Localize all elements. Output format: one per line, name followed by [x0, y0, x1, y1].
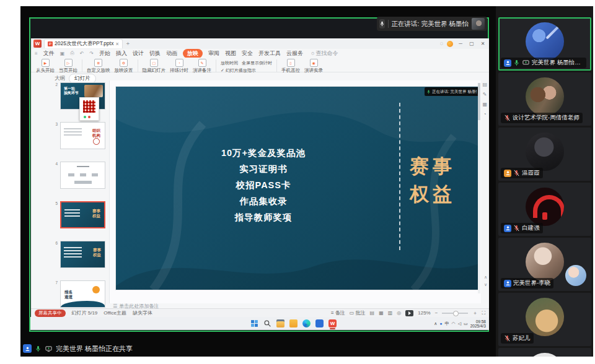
- menu-transition[interactable]: 切换: [149, 50, 161, 58]
- menu-insert[interactable]: 插入: [116, 50, 127, 58]
- option-pointer-indicator[interactable]: ✓ 幻灯片播放指示: [221, 67, 256, 74]
- hide-slide-button[interactable]: ▢隐藏幻灯片: [143, 59, 166, 74]
- slide-thumbnail-3[interactable]: [60, 162, 105, 189]
- menu-design[interactable]: 设计: [133, 50, 144, 58]
- layout-tool-icon[interactable]: ▦: [482, 102, 487, 107]
- floating-mini-avatar[interactable]: [565, 265, 586, 286]
- folder-icon[interactable]: [289, 319, 298, 327]
- custom-show-button[interactable]: ≣自定义放映: [87, 59, 110, 74]
- slide-thumbnail-6[interactable]: 报名通道: [60, 280, 105, 308]
- menu-review[interactable]: 审阅: [208, 50, 219, 58]
- restore-button[interactable]: ▢: [468, 41, 475, 46]
- mode-pill[interactable]: 屏幕共享中: [35, 310, 66, 317]
- benefit-line: 实习证明书: [195, 163, 332, 175]
- theme-label[interactable]: Office主题: [104, 310, 126, 316]
- reading-view-icon[interactable]: ▥: [388, 310, 393, 316]
- screenshot-root: W P 2025次世代大赛PPT.pptx × ＋ ◌ ─ ▢ ✕ ≡ 文件: [0, 0, 595, 364]
- save-icon[interactable]: ▣: [60, 51, 65, 56]
- next-slide-arrow[interactable]: ∨: [484, 282, 487, 287]
- wps-taskbar-icon[interactable]: W: [328, 319, 337, 327]
- participant-tile[interactable]: 温霞霞: [498, 128, 591, 181]
- file-explorer-icon[interactable]: [276, 319, 284, 327]
- start-button-icon[interactable]: [250, 319, 258, 327]
- lecture-record-button[interactable]: ◉演讲实录: [304, 59, 323, 74]
- share-banner-text: 完美世界 杨墨怡正在共享: [56, 344, 133, 353]
- participant-tile-clipped[interactable]: [498, 348, 591, 357]
- rehearse-timing-button[interactable]: ◔排练计时: [170, 59, 188, 74]
- speaker-notes-button[interactable]: ✎演讲备注: [193, 59, 211, 74]
- phone-remote-button[interactable]: ▯手机遥控: [281, 59, 300, 74]
- share-status-banner: 完美世界 杨墨怡正在共享: [23, 342, 133, 355]
- comment-tool-icon[interactable]: ✎: [483, 92, 487, 97]
- outline-tool-icon[interactable]: ▤: [482, 82, 487, 87]
- slide-thumbnail-4-selected[interactable]: 赛事权益: [60, 201, 105, 228]
- menu-slideshow-active[interactable]: 放映: [183, 49, 203, 58]
- sorter-view-icon[interactable]: ▦: [379, 310, 384, 316]
- participant-tile[interactable]: 白建强: [498, 183, 591, 236]
- menu-home[interactable]: 开始: [99, 50, 110, 58]
- notes-toggle[interactable]: ≡ 备注: [331, 310, 345, 316]
- qr-code-popup[interactable]: [79, 97, 99, 121]
- slide-thumbnail-2[interactable]: 组织机构: [60, 122, 105, 149]
- redo-icon[interactable]: ↷: [89, 51, 94, 56]
- missing-font-tip[interactable]: 缺失字体: [133, 310, 152, 316]
- slideshow-play-button[interactable]: [405, 310, 413, 316]
- play-from-start-button[interactable]: ▶从头开始: [36, 59, 55, 74]
- ime-indicator[interactable]: 中: [445, 321, 449, 327]
- find-command[interactable]: ○查找命令: [311, 50, 338, 58]
- host-badge-icon: [504, 59, 511, 67]
- battery-icon[interactable]: ▭: [464, 321, 468, 326]
- canvas-scrollbar[interactable]: [478, 83, 480, 293]
- minimize-button[interactable]: ─: [457, 41, 464, 46]
- print-icon[interactable]: ⎙: [70, 50, 74, 56]
- document-tab[interactable]: P 2025次世代大赛PPT.pptx ×: [44, 39, 123, 48]
- eye-mode-icon[interactable]: ◎: [397, 310, 401, 316]
- slide-thumbnail-5[interactable]: 赛事权益: [60, 241, 105, 268]
- menu-view[interactable]: 视图: [225, 50, 236, 58]
- wps-logo-icon[interactable]: W: [33, 40, 42, 48]
- fit-slide-icon[interactable]: ⛶: [482, 310, 485, 316]
- tray-app-icon[interactable]: ●: [439, 321, 442, 326]
- show-settings-button[interactable]: ⚙放映设置: [115, 59, 133, 74]
- play-from-current-button[interactable]: ▷当页开始: [59, 59, 77, 74]
- ppt-file-icon: P: [48, 41, 53, 46]
- zoom-out-icon[interactable]: −: [435, 310, 438, 316]
- zoom-slider[interactable]: [442, 313, 468, 314]
- blue-app-icon[interactable]: [315, 319, 324, 327]
- account-avatar[interactable]: [447, 41, 453, 47]
- help-tool-icon[interactable]: ◔: [483, 111, 487, 117]
- bell-icon[interactable]: ◌: [440, 41, 443, 46]
- menu-file[interactable]: 文件: [43, 50, 55, 58]
- taskbar-clock[interactable]: 09:58 2025/4/3: [470, 319, 486, 328]
- option-show-time[interactable]: 放映时间: [221, 60, 238, 66]
- menu-cloud[interactable]: 云服务: [286, 50, 303, 58]
- menu-security[interactable]: 安全: [242, 50, 253, 58]
- menu-animation[interactable]: 动画: [166, 50, 177, 58]
- normal-view-icon[interactable]: ▤: [370, 310, 375, 316]
- zoom-level[interactable]: 125%: [418, 310, 430, 316]
- comments-toggle[interactable]: ▭ 批注: [350, 310, 366, 316]
- volume-icon[interactable]: ◁: [458, 321, 461, 326]
- participant-tile-sharing[interactable]: 完美世界 杨墨怡正在共享: [498, 17, 591, 71]
- zoom-knob[interactable]: [453, 311, 459, 316]
- new-tab-button[interactable]: ＋: [125, 41, 131, 46]
- network-icon[interactable]: ◠: [452, 321, 456, 326]
- undo-icon[interactable]: ↶: [80, 51, 84, 56]
- participant-tile[interactable]: 设计艺术学院-周倩倩老师: [498, 72, 591, 126]
- search-taskbar-icon[interactable]: [263, 319, 271, 327]
- option-fullscreen-countdown[interactable]: 全屏显示倒计时: [242, 60, 272, 66]
- speaking-text: 正在讲话: 完美世界 杨墨怡: [392, 20, 469, 28]
- speaker-video-thumb[interactable]: [472, 18, 485, 30]
- zoom-in-icon[interactable]: ＋: [472, 310, 477, 316]
- menu-devtools[interactable]: 开发工具: [258, 50, 281, 58]
- tab-outline[interactable]: 大纲: [55, 75, 65, 82]
- tray-expand-icon[interactable]: ∧: [434, 321, 437, 326]
- edge-browser-icon[interactable]: [302, 319, 311, 327]
- notes-hint-bar[interactable]: ☰ 单击此处添加备注: [109, 303, 480, 308]
- participant-tile[interactable]: 苏妃儿: [498, 293, 591, 346]
- mic-on-icon: [513, 59, 520, 66]
- hamburger-icon[interactable]: ≡: [35, 51, 38, 56]
- close-tab-icon[interactable]: ×: [115, 41, 118, 47]
- prev-slide-arrow[interactable]: ∧: [484, 275, 487, 280]
- close-button[interactable]: ✕: [479, 41, 487, 46]
